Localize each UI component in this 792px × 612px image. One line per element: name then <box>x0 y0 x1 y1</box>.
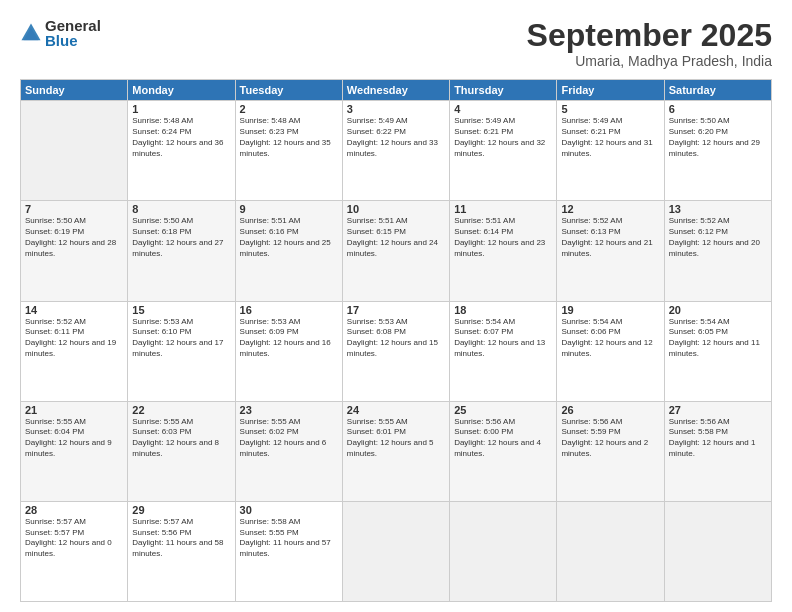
cell-info: Sunrise: 5:52 AMSunset: 6:12 PMDaylight:… <box>669 216 767 259</box>
day-number: 9 <box>240 203 338 215</box>
cell-info: Sunrise: 5:49 AMSunset: 6:21 PMDaylight:… <box>561 116 659 159</box>
calendar-cell: 23Sunrise: 5:55 AMSunset: 6:02 PMDayligh… <box>235 401 342 501</box>
cell-info: Sunrise: 5:52 AMSunset: 6:13 PMDaylight:… <box>561 216 659 259</box>
day-number: 1 <box>132 103 230 115</box>
cell-info: Sunrise: 5:54 AMSunset: 6:06 PMDaylight:… <box>561 317 659 360</box>
cell-info: Sunrise: 5:50 AMSunset: 6:19 PMDaylight:… <box>25 216 123 259</box>
calendar-week-row: 7Sunrise: 5:50 AMSunset: 6:19 PMDaylight… <box>21 201 772 301</box>
weekday-header: Sunday <box>21 80 128 101</box>
day-number: 13 <box>669 203 767 215</box>
day-number: 6 <box>669 103 767 115</box>
logo-icon <box>20 22 42 44</box>
calendar-cell: 1Sunrise: 5:48 AMSunset: 6:24 PMDaylight… <box>128 101 235 201</box>
calendar-cell: 8Sunrise: 5:50 AMSunset: 6:18 PMDaylight… <box>128 201 235 301</box>
day-number: 10 <box>347 203 445 215</box>
day-number: 30 <box>240 504 338 516</box>
logo-blue: Blue <box>45 33 101 48</box>
weekday-header: Tuesday <box>235 80 342 101</box>
day-number: 21 <box>25 404 123 416</box>
day-number: 2 <box>240 103 338 115</box>
calendar-cell: 11Sunrise: 5:51 AMSunset: 6:14 PMDayligh… <box>450 201 557 301</box>
calendar-cell: 25Sunrise: 5:56 AMSunset: 6:00 PMDayligh… <box>450 401 557 501</box>
subtitle: Umaria, Madhya Pradesh, India <box>527 53 772 69</box>
cell-info: Sunrise: 5:56 AMSunset: 5:58 PMDaylight:… <box>669 417 767 460</box>
calendar-cell: 5Sunrise: 5:49 AMSunset: 6:21 PMDaylight… <box>557 101 664 201</box>
cell-info: Sunrise: 5:49 AMSunset: 6:21 PMDaylight:… <box>454 116 552 159</box>
weekday-header: Friday <box>557 80 664 101</box>
logo-text: General Blue <box>45 18 101 48</box>
calendar-cell: 4Sunrise: 5:49 AMSunset: 6:21 PMDaylight… <box>450 101 557 201</box>
calendar-cell: 27Sunrise: 5:56 AMSunset: 5:58 PMDayligh… <box>664 401 771 501</box>
cell-info: Sunrise: 5:50 AMSunset: 6:20 PMDaylight:… <box>669 116 767 159</box>
day-number: 8 <box>132 203 230 215</box>
page: General Blue September 2025 Umaria, Madh… <box>0 0 792 612</box>
calendar-cell: 15Sunrise: 5:53 AMSunset: 6:10 PMDayligh… <box>128 301 235 401</box>
cell-info: Sunrise: 5:51 AMSunset: 6:14 PMDaylight:… <box>454 216 552 259</box>
cell-info: Sunrise: 5:53 AMSunset: 6:08 PMDaylight:… <box>347 317 445 360</box>
cell-info: Sunrise: 5:49 AMSunset: 6:22 PMDaylight:… <box>347 116 445 159</box>
calendar-cell <box>557 501 664 601</box>
weekday-header: Monday <box>128 80 235 101</box>
calendar-cell: 7Sunrise: 5:50 AMSunset: 6:19 PMDaylight… <box>21 201 128 301</box>
calendar: SundayMondayTuesdayWednesdayThursdayFrid… <box>20 79 772 602</box>
calendar-cell: 17Sunrise: 5:53 AMSunset: 6:08 PMDayligh… <box>342 301 449 401</box>
header: General Blue September 2025 Umaria, Madh… <box>20 18 772 69</box>
cell-info: Sunrise: 5:55 AMSunset: 6:02 PMDaylight:… <box>240 417 338 460</box>
calendar-cell: 21Sunrise: 5:55 AMSunset: 6:04 PMDayligh… <box>21 401 128 501</box>
day-number: 18 <box>454 304 552 316</box>
calendar-cell: 10Sunrise: 5:51 AMSunset: 6:15 PMDayligh… <box>342 201 449 301</box>
calendar-cell <box>450 501 557 601</box>
calendar-header-row: SundayMondayTuesdayWednesdayThursdayFrid… <box>21 80 772 101</box>
cell-info: Sunrise: 5:56 AMSunset: 5:59 PMDaylight:… <box>561 417 659 460</box>
cell-info: Sunrise: 5:55 AMSunset: 6:01 PMDaylight:… <box>347 417 445 460</box>
day-number: 15 <box>132 304 230 316</box>
calendar-week-row: 1Sunrise: 5:48 AMSunset: 6:24 PMDaylight… <box>21 101 772 201</box>
cell-info: Sunrise: 5:54 AMSunset: 6:07 PMDaylight:… <box>454 317 552 360</box>
day-number: 4 <box>454 103 552 115</box>
calendar-cell: 16Sunrise: 5:53 AMSunset: 6:09 PMDayligh… <box>235 301 342 401</box>
logo: General Blue <box>20 18 101 48</box>
calendar-cell: 24Sunrise: 5:55 AMSunset: 6:01 PMDayligh… <box>342 401 449 501</box>
cell-info: Sunrise: 5:56 AMSunset: 6:00 PMDaylight:… <box>454 417 552 460</box>
cell-info: Sunrise: 5:51 AMSunset: 6:15 PMDaylight:… <box>347 216 445 259</box>
cell-info: Sunrise: 5:58 AMSunset: 5:55 PMDaylight:… <box>240 517 338 560</box>
calendar-cell: 28Sunrise: 5:57 AMSunset: 5:57 PMDayligh… <box>21 501 128 601</box>
calendar-cell <box>342 501 449 601</box>
day-number: 26 <box>561 404 659 416</box>
day-number: 27 <box>669 404 767 416</box>
calendar-cell: 14Sunrise: 5:52 AMSunset: 6:11 PMDayligh… <box>21 301 128 401</box>
calendar-cell: 3Sunrise: 5:49 AMSunset: 6:22 PMDaylight… <box>342 101 449 201</box>
month-title: September 2025 <box>527 18 772 53</box>
day-number: 24 <box>347 404 445 416</box>
calendar-cell: 2Sunrise: 5:48 AMSunset: 6:23 PMDaylight… <box>235 101 342 201</box>
calendar-cell: 20Sunrise: 5:54 AMSunset: 6:05 PMDayligh… <box>664 301 771 401</box>
cell-info: Sunrise: 5:57 AMSunset: 5:57 PMDaylight:… <box>25 517 123 560</box>
cell-info: Sunrise: 5:48 AMSunset: 6:24 PMDaylight:… <box>132 116 230 159</box>
day-number: 23 <box>240 404 338 416</box>
cell-info: Sunrise: 5:50 AMSunset: 6:18 PMDaylight:… <box>132 216 230 259</box>
day-number: 17 <box>347 304 445 316</box>
calendar-cell <box>664 501 771 601</box>
calendar-cell: 22Sunrise: 5:55 AMSunset: 6:03 PMDayligh… <box>128 401 235 501</box>
calendar-cell: 12Sunrise: 5:52 AMSunset: 6:13 PMDayligh… <box>557 201 664 301</box>
calendar-cell: 26Sunrise: 5:56 AMSunset: 5:59 PMDayligh… <box>557 401 664 501</box>
day-number: 19 <box>561 304 659 316</box>
day-number: 5 <box>561 103 659 115</box>
cell-info: Sunrise: 5:53 AMSunset: 6:10 PMDaylight:… <box>132 317 230 360</box>
weekday-header: Thursday <box>450 80 557 101</box>
day-number: 14 <box>25 304 123 316</box>
weekday-header: Saturday <box>664 80 771 101</box>
weekday-header: Wednesday <box>342 80 449 101</box>
cell-info: Sunrise: 5:54 AMSunset: 6:05 PMDaylight:… <box>669 317 767 360</box>
day-number: 20 <box>669 304 767 316</box>
day-number: 25 <box>454 404 552 416</box>
day-number: 11 <box>454 203 552 215</box>
calendar-cell: 13Sunrise: 5:52 AMSunset: 6:12 PMDayligh… <box>664 201 771 301</box>
cell-info: Sunrise: 5:48 AMSunset: 6:23 PMDaylight:… <box>240 116 338 159</box>
calendar-week-row: 21Sunrise: 5:55 AMSunset: 6:04 PMDayligh… <box>21 401 772 501</box>
cell-info: Sunrise: 5:57 AMSunset: 5:56 PMDaylight:… <box>132 517 230 560</box>
cell-info: Sunrise: 5:55 AMSunset: 6:03 PMDaylight:… <box>132 417 230 460</box>
calendar-cell <box>21 101 128 201</box>
cell-info: Sunrise: 5:51 AMSunset: 6:16 PMDaylight:… <box>240 216 338 259</box>
calendar-week-row: 28Sunrise: 5:57 AMSunset: 5:57 PMDayligh… <box>21 501 772 601</box>
